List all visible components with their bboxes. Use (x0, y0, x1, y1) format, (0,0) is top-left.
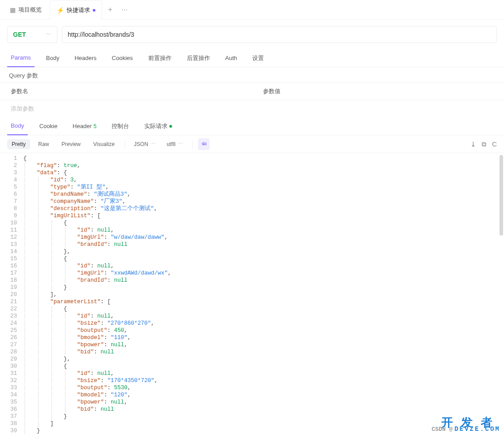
add-param-placeholder: 添加参数 (0, 100, 252, 117)
encoding-select[interactable]: utf8 ﹀ (163, 139, 187, 149)
http-method-value: GET (13, 31, 26, 38)
search-button[interactable]: C (492, 140, 497, 148)
response-section-tabs: Body Cookie Header 5 控制台 实际请求 (0, 117, 504, 135)
tab-auth[interactable]: Auth (222, 49, 241, 67)
lightning-icon: ⚡ (56, 7, 64, 14)
tab-project-overview[interactable]: ▦ 项目概览 (4, 0, 48, 20)
top-tabs: ▦ 项目概览 ⚡ 快捷请求 ＋ ··· (0, 0, 504, 20)
chevron-down-icon: ﹀ (151, 141, 156, 147)
chevron-down-icon: ﹀ (46, 31, 52, 39)
status-dot-icon (169, 125, 172, 128)
tab-body[interactable]: Body (43, 49, 63, 67)
grid-icon: ▦ (10, 6, 16, 13)
view-pretty-button[interactable]: Pretty (7, 139, 30, 149)
http-method-select[interactable]: GET ﹀ (7, 26, 57, 43)
wrap-lines-button[interactable]: ⭅ (198, 138, 210, 150)
response-body-viewer: 1234567891011121314151617181920212223242… (0, 153, 504, 434)
col-value-header: 参数值 (252, 83, 504, 100)
resp-tab-cookie[interactable]: Cookie (36, 117, 61, 135)
view-visualize-button[interactable]: Visualize (89, 139, 119, 149)
tab-overflow-button[interactable]: ··· (118, 4, 131, 16)
url-input[interactable] (62, 26, 497, 43)
request-line: GET ﹀ (0, 20, 504, 49)
col-name-header: 参数名 (0, 83, 252, 100)
tab-cookies[interactable]: Cookies (108, 49, 137, 67)
tab-quick-request[interactable]: ⚡ 快捷请求 (50, 0, 102, 20)
format-select[interactable]: JSON ﹀ (130, 139, 159, 149)
query-params-table: 参数名 参数值 添加参数 (0, 82, 504, 117)
tab-post-action[interactable]: 后置操作 (183, 49, 214, 67)
toolbar-right-actions: ⤓ ⧉ C (470, 140, 497, 148)
divider (125, 140, 125, 148)
scrollbar-thumb[interactable] (500, 155, 503, 236)
tab-label: 快捷请求 (67, 6, 90, 14)
tab-pre-action[interactable]: 前置操作 (145, 49, 175, 67)
table-header-row: 参数名 参数值 (0, 82, 504, 100)
resp-tab-header[interactable]: Header 5 (69, 117, 100, 135)
query-params-title: Query 参数 (0, 67, 504, 82)
tab-headers[interactable]: Headers (71, 49, 100, 67)
request-section-tabs: Params Body Headers Cookies 前置操作 后置操作 Au… (0, 49, 504, 67)
resp-tab-console[interactable]: 控制台 (108, 117, 133, 135)
tab-params[interactable]: Params (7, 49, 34, 67)
divider (192, 140, 193, 148)
download-button[interactable]: ⤓ (470, 140, 476, 148)
tab-settings[interactable]: 设置 (249, 49, 267, 67)
response-body-code[interactable]: { │ "flag": true, │ "data": { │ │ "id": … (21, 153, 504, 434)
response-toolbar: Pretty Raw Preview Visualize JSON ﹀ utf8… (0, 135, 504, 153)
unsaved-dot-icon (93, 9, 95, 12)
copy-button[interactable]: ⧉ (482, 140, 487, 148)
view-raw-button[interactable]: Raw (34, 139, 53, 149)
resp-tab-body[interactable]: Body (7, 117, 28, 135)
tab-label: 项目概览 (18, 6, 42, 14)
wrap-icon: ⭅ (201, 141, 207, 147)
resp-tab-actual[interactable]: 实际请求 (141, 117, 176, 135)
chevron-down-icon: ﹀ (178, 141, 183, 147)
line-number-gutter: 1234567891011121314151617181920212223242… (0, 153, 21, 434)
add-param-row[interactable]: 添加参数 (0, 100, 504, 117)
add-tab-button[interactable]: ＋ (104, 4, 116, 16)
header-count-badge: 5 (94, 123, 97, 129)
view-preview-button[interactable]: Preview (57, 139, 85, 149)
